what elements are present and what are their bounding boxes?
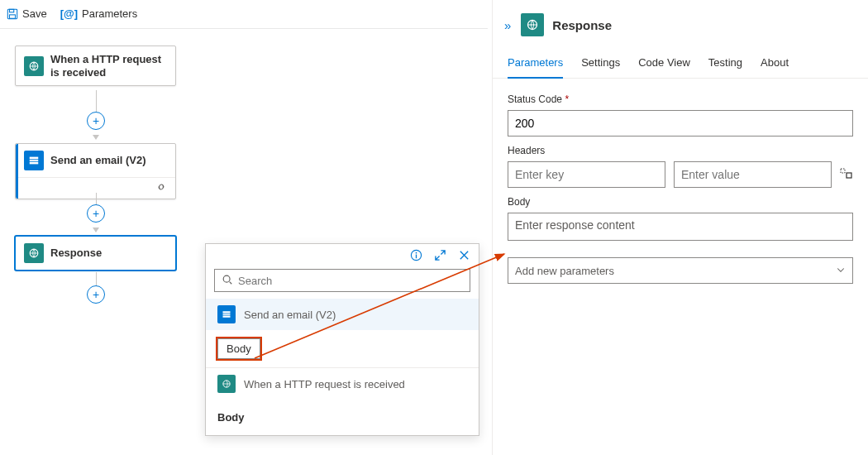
body-input[interactable]: Enter response content — [508, 213, 853, 241]
node-response[interactable]: Response — [15, 236, 176, 271]
svg-rect-10 — [416, 255, 417, 259]
dynamic-content-popup: Send an email (V2) Body When a HTTP requ… — [205, 243, 479, 436]
node-title: When a HTTP request is received — [50, 53, 167, 79]
arrow-icon — [93, 228, 99, 232]
info-icon[interactable] — [410, 249, 422, 264]
toggle-text-mode-icon[interactable] — [840, 167, 853, 183]
headers-label: Headers — [508, 145, 853, 156]
svg-rect-4 — [30, 157, 39, 160]
node-title: Send an email (V2) — [50, 154, 146, 167]
tab-about[interactable]: About — [761, 48, 789, 78]
close-icon[interactable] — [458, 249, 470, 264]
arrow-icon — [93, 135, 99, 140]
panel-title: Response — [552, 18, 612, 32]
svg-point-9 — [416, 252, 417, 254]
search-input-wrap[interactable] — [214, 269, 470, 292]
search-icon — [222, 274, 233, 288]
status-code-label: Status Code — [508, 93, 853, 105]
tab-code-view[interactable]: Code View — [638, 48, 690, 78]
svg-rect-14 — [223, 316, 231, 318]
svg-rect-13 — [223, 314, 231, 315]
category-label: Send an email (V2) — [244, 309, 336, 321]
body-label: Body — [508, 196, 853, 208]
add-parameters-dropdown[interactable]: Add new parameters — [508, 257, 853, 284]
node-send-email[interactable]: Send an email (V2) — [15, 143, 176, 199]
tab-settings[interactable]: Settings — [581, 48, 620, 78]
token-row: Body — [206, 400, 479, 435]
search-input[interactable] — [238, 275, 463, 287]
http-trigger-icon — [217, 375, 236, 393]
collapse-panel-button[interactable]: » — [504, 18, 511, 32]
svg-rect-17 — [841, 169, 845, 173]
email-icon — [24, 151, 44, 170]
token-body[interactable]: Body — [217, 338, 260, 359]
svg-point-11 — [223, 275, 230, 282]
token-body[interactable]: Body — [217, 408, 253, 427]
response-icon — [521, 13, 544, 36]
parameters-button[interactable]: [@] Parameters — [60, 7, 138, 20]
dropdown-label: Add new parameters — [515, 265, 614, 277]
status-code-input[interactable] — [508, 110, 853, 136]
svg-rect-12 — [223, 311, 231, 313]
category-http-trigger[interactable]: When a HTTP request is received — [206, 367, 479, 400]
accent — [16, 144, 18, 199]
category-send-email[interactable]: Send an email (V2) — [206, 299, 479, 330]
svg-rect-18 — [847, 173, 851, 178]
details-panel: » Response Parameters Settings Code View… — [492, 0, 868, 455]
header-value-input[interactable] — [674, 161, 832, 188]
add-action-button[interactable]: + — [87, 285, 105, 304]
parameters-icon: [@] — [60, 7, 78, 20]
http-trigger-icon — [24, 56, 44, 76]
svg-rect-2 — [10, 14, 16, 17]
node-http-trigger[interactable]: When a HTTP request is received — [15, 46, 176, 86]
token-row: Body — [206, 330, 479, 367]
save-label: Save — [22, 7, 47, 20]
expand-icon[interactable] — [434, 249, 446, 264]
add-action-button[interactable]: + — [87, 112, 105, 130]
response-icon — [24, 243, 44, 263]
tab-testing[interactable]: Testing — [708, 48, 742, 78]
parameters-label: Parameters — [82, 7, 137, 20]
header-key-input[interactable] — [508, 161, 665, 188]
link-icon — [155, 181, 167, 195]
panel-tabs: Parameters Settings Code View Testing Ab… — [493, 48, 868, 79]
email-icon — [217, 305, 236, 323]
category-label: When a HTTP request is received — [244, 378, 405, 390]
svg-rect-5 — [30, 160, 39, 161]
chevron-down-icon — [836, 265, 846, 277]
svg-rect-1 — [10, 9, 14, 12]
add-action-button[interactable]: + — [87, 204, 105, 223]
save-button[interactable]: Save — [7, 7, 47, 20]
node-title: Response — [50, 247, 102, 260]
svg-rect-6 — [30, 162, 39, 165]
save-icon — [7, 8, 18, 20]
tab-parameters[interactable]: Parameters — [508, 48, 563, 79]
